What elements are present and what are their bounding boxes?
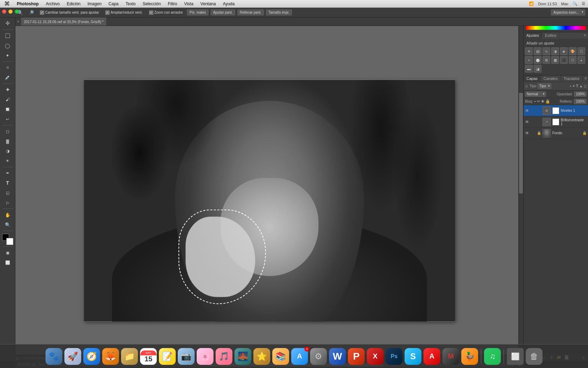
print-size-btn[interactable]: Tamaño impr. xyxy=(266,9,292,15)
lock-position-icon[interactable]: ✚ xyxy=(541,99,544,104)
photo-filter-adj[interactable]: ⬤ xyxy=(534,56,541,64)
dock-acrobat-x[interactable]: X xyxy=(367,348,384,365)
tab-estilos[interactable]: Estilos xyxy=(542,32,559,39)
menu-photoshop[interactable]: Photoshop xyxy=(15,1,40,6)
vibrance-adj[interactable]: ◈ xyxy=(560,47,568,55)
notifications-icon[interactable]: ☰ xyxy=(582,1,585,6)
screen-mode-btn[interactable]: ⬜ xyxy=(3,258,12,267)
zoom-out-icon[interactable]: 🔎 xyxy=(27,8,36,17)
spotlight-icon[interactable]: 🔍 xyxy=(573,1,578,6)
color-spectrum[interactable] xyxy=(526,26,586,30)
hue-sat-adj[interactable]: 🎨 xyxy=(569,47,576,55)
background-color[interactable] xyxy=(6,238,13,245)
dock-firefox[interactable]: 🦊 xyxy=(102,348,119,365)
path-select-tool[interactable]: ▷ xyxy=(3,198,12,207)
edit-mode-btn[interactable]: ▣ xyxy=(3,248,12,257)
dock-vlc[interactable]: 🦆 xyxy=(461,348,478,365)
minimize-button[interactable] xyxy=(8,9,13,14)
tab-canales[interactable]: Canales xyxy=(541,75,561,82)
dock-calendar[interactable]: dom 15 xyxy=(140,348,157,365)
menu-filtro[interactable]: Filtro xyxy=(166,1,178,6)
layer-visibility-icon[interactable]: 👁 xyxy=(525,108,530,113)
tab-capas[interactable]: Capas xyxy=(524,75,541,82)
apple-menu[interactable]: ⌘ xyxy=(3,0,11,7)
dock-photoshop[interactable]: Ps xyxy=(386,348,402,365)
dock-powerpoint[interactable]: P xyxy=(348,348,365,365)
threshold-adj[interactable]: ⬧ xyxy=(578,56,585,64)
lock-pixels-icon[interactable]: ✏ xyxy=(537,99,540,104)
dock-skype[interactable]: S xyxy=(405,348,421,365)
dock-bridge[interactable]: 🌉 xyxy=(234,348,251,365)
zoom-resize-option[interactable]: ✓ Ampliar/reducir vent. xyxy=(103,10,145,15)
dock-itunes[interactable]: 🎵 xyxy=(216,348,232,365)
tab-close-btn[interactable]: × xyxy=(15,19,21,25)
layers-panel-menu[interactable]: ≡ xyxy=(583,75,588,82)
invert-adj[interactable]: ⬛ xyxy=(560,56,568,64)
filter-smartobj-icon[interactable]: ◻ xyxy=(584,84,587,88)
actual-pixels-btn[interactable]: Píx. reales xyxy=(187,9,208,15)
dodge-tool[interactable]: ☀ xyxy=(3,156,12,165)
dock-launchpad[interactable]: 🚀 xyxy=(64,348,81,365)
levels-adj[interactable]: ▤ xyxy=(534,47,541,55)
exposure-adj[interactable]: ◑ xyxy=(551,47,559,55)
filter-shape-icon[interactable]: ▲ xyxy=(579,84,583,88)
menu-capa[interactable]: Capa xyxy=(107,1,120,6)
dock-finder[interactable]: 🐾 xyxy=(46,348,62,365)
menu-texto[interactable]: Texto xyxy=(124,1,137,6)
brush-tool[interactable]: 🖌 xyxy=(3,95,12,104)
healing-tool[interactable]: ✚ xyxy=(3,85,12,94)
selective-color-adj[interactable]: ◪ xyxy=(534,65,541,73)
close-button[interactable] xyxy=(2,9,6,14)
lock-transparent-icon[interactable]: ▪ xyxy=(534,99,536,104)
filter-pixel-icon[interactable]: ▪ xyxy=(570,84,571,88)
lock-all-icon[interactable]: 🔒 xyxy=(545,99,550,104)
dock-acrobat[interactable]: A xyxy=(424,348,440,365)
color-lookup-adj[interactable]: ▦ xyxy=(551,56,559,64)
canvas-area[interactable] xyxy=(15,26,523,361)
dock-spotify[interactable]: ♫ xyxy=(484,348,501,365)
workspace-dropdown[interactable]: Aspectos esen... xyxy=(551,9,585,15)
dock-folder1[interactable]: 📁 xyxy=(121,348,138,365)
lasso-tool[interactable]: ◯ xyxy=(3,41,12,50)
fit-window-option[interactable]: ✓ Cambiar tamaño vent. para ajustar xyxy=(38,10,101,15)
gradient-tool[interactable]: ▓ xyxy=(3,137,12,146)
shape-tool[interactable]: ◱ xyxy=(3,188,12,197)
brightness-contrast-adj[interactable]: ☀ xyxy=(525,47,533,55)
dock-recent[interactable]: ⬜ xyxy=(507,348,524,365)
fit-screen-btn[interactable]: Ajustar pant. xyxy=(211,9,235,15)
dock-photos[interactable]: 🌸 xyxy=(197,348,214,365)
fill-screen-btn[interactable]: Rellenar pant. xyxy=(237,9,264,15)
dock-airmail[interactable]: M xyxy=(442,348,459,365)
move-tool[interactable] xyxy=(3,19,12,28)
dock-iphoto[interactable]: 📷 xyxy=(178,348,195,365)
dock-appstore[interactable]: A 2 xyxy=(291,348,308,365)
tab-trazados[interactable]: Trazados xyxy=(561,75,582,82)
dock-trash[interactable]: 🗑 xyxy=(526,348,542,365)
blur-tool[interactable]: ◑ xyxy=(3,146,12,156)
menu-ventana[interactable]: Ventana xyxy=(199,1,217,6)
color-balance-adj[interactable]: ⬡ xyxy=(578,47,585,55)
posterize-adj[interactable]: ⬠ xyxy=(569,56,576,64)
stamp-tool[interactable]: 🔲 xyxy=(3,105,12,114)
dock-word[interactable]: W xyxy=(329,348,346,365)
menu-imagen[interactable]: Imagen xyxy=(86,1,103,6)
adj-panel-menu[interactable]: ≡ xyxy=(582,32,588,39)
tab-ajustes[interactable]: Ajustes xyxy=(524,32,542,39)
eraser-tool[interactable]: ◻ xyxy=(3,127,12,136)
zoom-drag-option[interactable]: ✓ Zoom con arrastre xyxy=(147,10,185,15)
menu-ayuda[interactable]: Ayuda xyxy=(222,1,236,6)
filter-type-dropdown[interactable]: Tipo ▾ xyxy=(538,83,551,89)
dock-ibooks[interactable]: 📚 xyxy=(272,348,289,365)
curves-adj[interactable]: ∿ xyxy=(542,47,550,55)
layer-fondo[interactable]: 👁 🔒 Fondo 🔒 xyxy=(524,128,588,139)
opacity-input[interactable] xyxy=(574,91,587,97)
magic-wand-tool[interactable]: ✦ xyxy=(3,51,12,60)
crop-tool[interactable]: ⌗ xyxy=(3,63,12,72)
vertical-scrollbar[interactable] xyxy=(518,26,523,361)
filter-text-icon[interactable]: T xyxy=(576,84,578,88)
blend-mode-dropdown[interactable]: Normal ▾ xyxy=(525,91,546,97)
channel-mixer-adj[interactable]: ⊞ xyxy=(542,56,550,64)
filter-adjust-icon[interactable]: ✦ xyxy=(572,84,575,88)
layer-niveles1[interactable]: 👁 ▤ Niveles 1 xyxy=(524,105,588,116)
maximize-button[interactable] xyxy=(15,9,19,14)
